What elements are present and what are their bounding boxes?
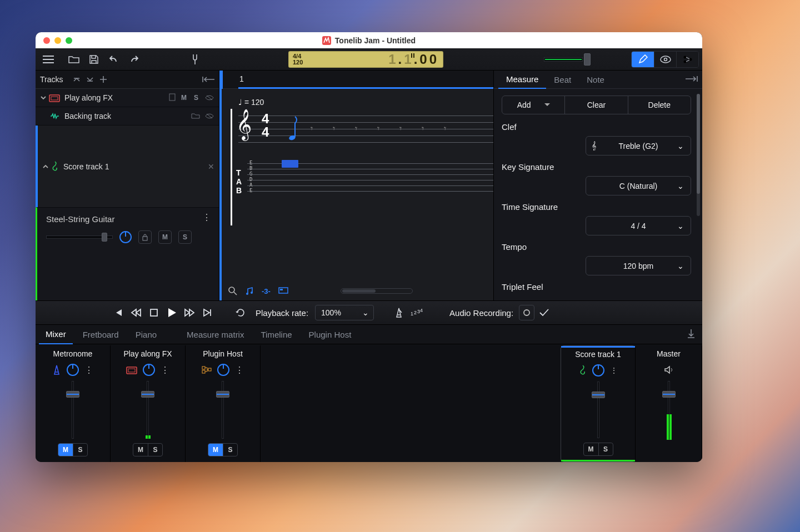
solo-button[interactable]: S [223, 444, 237, 456]
pan-knob[interactable] [67, 364, 79, 376]
timeline-ruler[interactable]: 1 [219, 71, 493, 89]
strip-more-icon[interactable]: ⋮ [161, 365, 169, 375]
edit-mode-button[interactable] [632, 52, 654, 67]
svg-text:2: 2 [414, 310, 417, 315]
pan-knob[interactable] [217, 364, 229, 376]
clear-button[interactable]: Clear [564, 96, 627, 114]
delete-button[interactable]: Delete [628, 96, 691, 114]
panel-collapse-icon[interactable] [684, 74, 698, 84]
panel-collapse-down-icon[interactable] [687, 328, 696, 340]
timesig-select[interactable]: 4 / 4⌄ [586, 216, 691, 235]
stop-icon[interactable] [146, 304, 162, 321]
solo-button[interactable]: S [192, 94, 200, 102]
add-track-icon[interactable] [97, 73, 109, 86]
record-button[interactable] [519, 305, 534, 320]
mixer-strip-metronome: Metronome ⋮ MS [36, 345, 111, 462]
amp-icon [126, 365, 137, 374]
display-icon[interactable] [278, 287, 288, 295]
page-icon[interactable] [169, 93, 176, 103]
tab-fretboard[interactable]: Fretboard [76, 325, 126, 344]
track-row-playfx[interactable]: Play along FX M S [36, 89, 219, 107]
track-more-icon[interactable]: ⋮ [202, 212, 211, 223]
playhead[interactable] [219, 71, 223, 89]
tab-plugin-host[interactable]: Plugin Host [302, 325, 358, 344]
mute-button[interactable]: M [133, 444, 148, 456]
clef-select[interactable]: 𝄞Treble (G2)⌄ [586, 136, 691, 155]
forward-icon[interactable] [181, 304, 198, 321]
tuning-fork-icon[interactable] [186, 51, 204, 68]
svg-rect-25 [202, 370, 205, 373]
tab-piano[interactable]: Piano [129, 325, 163, 344]
track-volume-slider[interactable] [46, 232, 113, 243]
open-icon[interactable] [64, 51, 83, 68]
nodes-mode-button[interactable] [676, 52, 698, 67]
play-icon[interactable] [163, 304, 180, 321]
volume-fader[interactable] [66, 381, 79, 439]
folder-icon[interactable] [191, 112, 200, 121]
mute-button[interactable]: M [208, 444, 223, 456]
countin-icon[interactable]: 1234 [408, 304, 425, 321]
horizontal-scrollbar[interactable] [341, 288, 413, 294]
pan-knob[interactable] [143, 364, 155, 376]
score-canvas[interactable]: ♩ = 120 𝄞 44 𝄾 𝄾 𝄾 𝄾 𝄾 𝄾 𝄾 TAB E B G D A… [219, 89, 493, 300]
track-row-backing[interactable]: Backing track [36, 107, 219, 126]
triplet-icon[interactable]: -3- [262, 287, 271, 295]
rewind-icon[interactable] [128, 304, 144, 321]
hide-icon[interactable] [204, 94, 214, 101]
plugin-icon [202, 366, 212, 374]
collapse-up-icon[interactable] [71, 73, 83, 86]
panel-collapse-icon[interactable] [202, 73, 214, 86]
volume-fader[interactable] [662, 381, 676, 440]
track-row-score[interactable]: Score track 1 ✕ [36, 126, 219, 207]
tab-mixer[interactable]: Mixer [39, 325, 73, 344]
tab-measure-matrix[interactable]: Measure matrix [180, 325, 251, 344]
tracks-header: Tracks [36, 71, 219, 89]
playback-rate-select[interactable]: 100%⌄ [315, 305, 374, 320]
tab-cursor[interactable] [282, 160, 298, 168]
tab-note[interactable]: Note [579, 71, 612, 89]
save-icon[interactable] [84, 51, 103, 68]
solo-button[interactable]: S [598, 443, 613, 455]
metronome-icon[interactable] [391, 304, 407, 321]
track-name: Score track 1 [63, 162, 109, 171]
key-select[interactable]: C (Natural)⌄ [586, 176, 691, 195]
pan-knob[interactable] [119, 231, 132, 243]
volume-fader[interactable] [141, 381, 154, 439]
tab-beat[interactable]: Beat [546, 71, 579, 89]
tempo-select[interactable]: 120 bpm⌄ [586, 256, 691, 275]
hide-icon[interactable] [204, 113, 214, 119]
mute-button[interactable]: M [180, 94, 188, 102]
undo-icon[interactable] [104, 51, 123, 68]
volume-fader[interactable] [592, 382, 605, 438]
solo-button[interactable]: S [178, 230, 192, 244]
expand-down-icon[interactable] [84, 73, 96, 86]
zoom-icon[interactable] [228, 287, 237, 295]
go-start-icon[interactable] [110, 304, 127, 321]
confirm-icon[interactable] [536, 304, 552, 321]
mute-button[interactable]: M [584, 443, 598, 455]
solo-button[interactable]: S [73, 444, 87, 456]
solo-button[interactable]: S [148, 444, 162, 456]
loop-icon[interactable] [232, 304, 249, 321]
close-track-icon[interactable]: ✕ [208, 162, 214, 171]
add-button[interactable]: Add [502, 96, 564, 114]
redo-icon[interactable] [124, 51, 143, 68]
view-mode-button[interactable] [654, 52, 676, 67]
go-end-icon[interactable] [199, 304, 216, 321]
inspector-scrollbar[interactable] [697, 94, 700, 216]
mute-button[interactable]: M [158, 230, 172, 244]
tab-measure[interactable]: Measure [498, 71, 546, 89]
menu-icon[interactable] [39, 51, 58, 68]
notes-icon[interactable] [245, 287, 254, 295]
tab-timeline[interactable]: Timeline [254, 325, 298, 344]
svg-point-13 [251, 292, 253, 294]
mixer-strip-score: Score track 1 ⋮ MS [561, 345, 636, 462]
pan-knob[interactable] [592, 364, 604, 377]
strip-more-icon[interactable]: ⋮ [84, 365, 93, 375]
master-volume-slider[interactable] [544, 51, 583, 68]
strip-more-icon[interactable]: ⋮ [235, 365, 244, 375]
mute-button[interactable]: M [58, 444, 73, 456]
lock-button[interactable] [138, 230, 152, 244]
strip-more-icon[interactable]: ⋮ [610, 366, 618, 375]
volume-fader[interactable] [216, 381, 229, 439]
